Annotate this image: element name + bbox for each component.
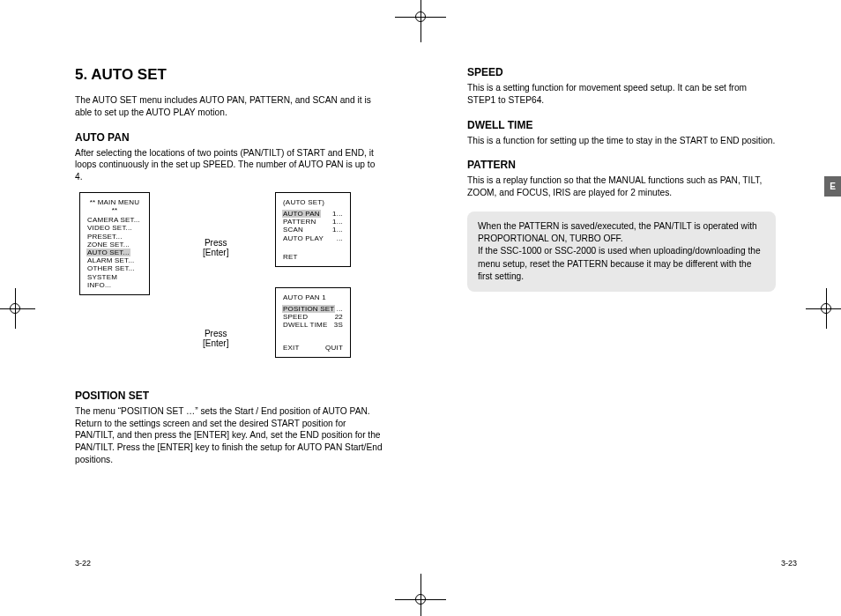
crop-mark-top — [411, 7, 430, 26]
press-enter-1: Press [Enter] — [203, 238, 228, 257]
note-line-1: When the PATTERN is saved/executed, the … — [478, 220, 765, 246]
osd-autoset-row: AUTO PAN1... — [283, 210, 343, 218]
crop-mark-bottom — [411, 590, 430, 609]
heading-pattern: PATTERN — [467, 159, 776, 171]
press-enter-2: Press [Enter] — [203, 329, 228, 348]
osd-autoset-menu: (AUTO SET) AUTO PAN1...PATTERN1...SCAN1.… — [275, 192, 351, 267]
osd-autopan-menu: AUTO PAN 1 POSITION SET...SPEED22DWELL T… — [275, 287, 351, 358]
osd-main-title: ** MAIN MENU ** — [87, 198, 142, 214]
body-positionset: The menu “POSITION SET …” sets the Start… — [75, 405, 383, 466]
osd-autopan-row: POSITION SET... — [283, 305, 343, 313]
page-number-left: 3-22 — [75, 559, 91, 568]
osd-main-item: ZONE SET... — [87, 241, 142, 249]
osd-main-item: AUTO SET... — [87, 249, 142, 256]
body-autopan: After selecting the locations of two poi… — [75, 147, 383, 183]
osd-main-menu: ** MAIN MENU ** CAMERA SET...VIDEO SET..… — [79, 192, 150, 295]
page-title: 5. AUTO SET — [75, 66, 383, 84]
osd-autoset-title: (AUTO SET) — [283, 198, 343, 206]
body-dwell: This is a function for setting up the ti… — [467, 135, 776, 147]
heading-speed: SPEED — [467, 66, 776, 78]
section-tab: E — [824, 176, 841, 197]
osd-main-item: OTHER SET... — [87, 264, 142, 272]
osd-autopan-row: SPEED22 — [283, 313, 343, 321]
left-column: 5. AUTO SET The AUTO SET menu includes A… — [75, 66, 383, 466]
osd-autopan-title: AUTO PAN 1 — [283, 293, 343, 301]
osd-main-item: ALARM SET... — [87, 256, 142, 264]
osd-autopan-row: DWELL TIME3S — [283, 321, 343, 329]
page-number-right: 3-23 — [781, 559, 797, 568]
body-speed: This is a setting function for movement … — [467, 82, 776, 107]
crop-mark-right — [816, 299, 836, 318]
crop-mark-left — [5, 299, 25, 318]
osd-autopan-quit: QUIT — [325, 344, 343, 352]
osd-main-item: VIDEO SET... — [87, 224, 142, 232]
heading-dwell: DWELL TIME — [467, 119, 776, 131]
osd-autoset-row: PATTERN1... — [283, 218, 343, 226]
heading-positionset: POSITION SET — [75, 390, 383, 402]
heading-autopan: AUTO PAN — [75, 131, 383, 144]
right-column: SPEED This is a setting function for mov… — [467, 66, 776, 292]
note-box: When the PATTERN is saved/executed, the … — [467, 212, 776, 292]
osd-autoset-ret: RET — [283, 253, 343, 261]
osd-main-item: SYSTEM INFO... — [87, 273, 142, 289]
osd-autoset-row: AUTO PLAY... — [283, 234, 343, 242]
intro-text: The AUTO SET menu includes AUTO PAN, PAT… — [75, 94, 383, 119]
osd-main-item: CAMERA SET... — [87, 216, 142, 224]
body-pattern: This is a replay function so that the MA… — [467, 174, 776, 199]
osd-autoset-row: SCAN1... — [283, 226, 343, 234]
osd-main-item: PRESET... — [87, 233, 142, 241]
note-line-2: If the SSC-1000 or SSC-2000 is used when… — [478, 245, 765, 283]
osd-autopan-exit: EXIT — [283, 344, 300, 352]
